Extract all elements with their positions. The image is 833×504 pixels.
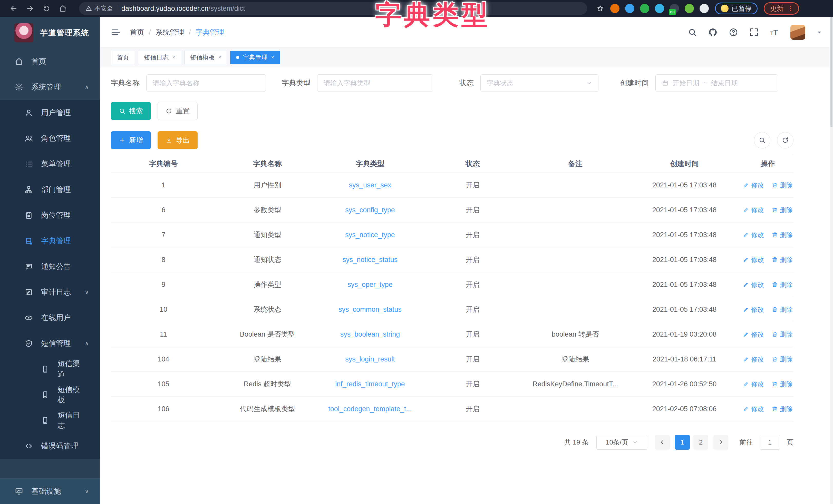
delete-row-button[interactable]: 删除 [772, 231, 793, 239]
help-icon[interactable] [729, 28, 738, 37]
font-size-icon[interactable]: TT [770, 28, 779, 37]
sync-paused-pill[interactable]: 已暂停 [715, 3, 758, 14]
extension-icon[interactable] [699, 4, 709, 13]
page-tab[interactable]: 首页 × [111, 51, 135, 64]
sidebar-menu-item[interactable]: 在线用户 [0, 305, 100, 331]
show-search-toggle-button[interactable] [754, 132, 770, 148]
delete-row-button[interactable]: 删除 [772, 206, 793, 214]
edit-row-button[interactable]: 修改 [743, 355, 764, 363]
bookmark-star-icon[interactable] [596, 5, 604, 12]
browser-home-button[interactable] [56, 3, 70, 14]
delete-row-button[interactable]: 删除 [772, 280, 793, 289]
delete-row-button[interactable]: 删除 [772, 181, 793, 190]
date-range-picker[interactable]: 开始日期 ~ 结束日期 [656, 74, 778, 92]
edit-row-button[interactable]: 修改 [743, 231, 764, 239]
browser-update-button[interactable]: 更新 [764, 2, 799, 15]
github-icon[interactable] [708, 28, 717, 37]
dict-type-link[interactable]: sys_config_type [345, 206, 395, 214]
dict-type-link[interactable]: tool_codegen_template_t... [328, 405, 412, 413]
dict-type-link[interactable]: sys_boolean_string [340, 330, 400, 338]
sidebar-menu-item[interactable]: 错误码管理 [0, 433, 100, 459]
close-tab-icon[interactable]: × [218, 54, 221, 60]
jump-page-input[interactable] [760, 435, 780, 450]
collapse-sidebar-icon[interactable] [111, 27, 121, 37]
sidebar-logo-row[interactable]: 芋道管理系统 [0, 17, 100, 49]
edit-row-button[interactable]: 修改 [743, 405, 764, 413]
dict-type-link[interactable]: inf_redis_timeout_type [335, 380, 405, 388]
sidebar-menu-item[interactable]: 短信渠道 [0, 356, 100, 382]
edit-row-button[interactable]: 修改 [743, 330, 764, 339]
add-button[interactable]: 新增 [111, 131, 151, 149]
extension-icon[interactable]: on [670, 4, 679, 13]
sidebar-menu-item[interactable]: 岗位管理 [0, 203, 100, 228]
sidebar-menu-item[interactable]: 系统管理 ∧ [0, 74, 100, 100]
extension-icon[interactable] [625, 4, 634, 13]
sidebar-menu-item[interactable]: 短信日志 [0, 408, 100, 433]
export-button[interactable]: 导出 [158, 131, 197, 149]
sidebar-menu-item[interactable]: 角色管理 [0, 126, 100, 151]
edit-row-button[interactable]: 修改 [743, 380, 764, 388]
extension-icon[interactable] [685, 4, 694, 13]
page-number-button[interactable]: 2 [693, 435, 708, 450]
edit-row-button[interactable]: 修改 [743, 280, 764, 289]
dict-type-link[interactable]: sys_oper_type [348, 281, 392, 288]
dict-type-input[interactable] [324, 79, 427, 87]
delete-row-button[interactable]: 删除 [772, 305, 793, 314]
not-secure-indicator[interactable]: 不安全 [86, 4, 113, 12]
page-tab[interactable]: 字典管理 × [230, 51, 280, 64]
page-tab[interactable]: 短信模板 × [184, 51, 228, 64]
dict-type-link[interactable]: sys_common_status [338, 306, 402, 313]
extension-icon[interactable] [655, 4, 664, 13]
sidebar-menu-item[interactable]: 部门管理 [0, 177, 100, 203]
browser-back-button[interactable] [7, 3, 21, 14]
prev-page-button[interactable] [655, 435, 670, 450]
address-bar[interactable]: 不安全 dashboard.yudao.iocoder.cn/system/di… [79, 2, 587, 15]
sidebar-menu-item[interactable]: 字典管理 [0, 228, 100, 254]
page-scrollbar[interactable] [830, 17, 833, 504]
browser-menu-icon[interactable] [787, 5, 794, 12]
browser-forward-button[interactable] [23, 3, 37, 14]
close-tab-icon[interactable]: × [271, 54, 274, 60]
refresh-table-button[interactable] [777, 132, 793, 148]
edit-row-button[interactable]: 修改 [743, 181, 764, 190]
delete-row-button[interactable]: 删除 [772, 355, 793, 363]
page-size-select[interactable]: 10条/页 [596, 435, 647, 450]
extension-icon[interactable] [610, 4, 619, 13]
delete-row-button[interactable]: 删除 [772, 405, 793, 413]
delete-row-button[interactable]: 删除 [772, 256, 793, 264]
delete-row-button[interactable]: 删除 [772, 380, 793, 388]
search-button[interactable]: 搜索 [111, 102, 151, 120]
user-avatar[interactable] [790, 25, 805, 40]
close-tab-icon[interactable]: × [172, 54, 175, 60]
next-page-button[interactable] [713, 435, 728, 450]
edit-row-button[interactable]: 修改 [743, 206, 764, 214]
sidebar-menu-item[interactable]: 短信模板 [0, 382, 100, 408]
sidebar-menu-item[interactable]: 用户管理 [0, 100, 100, 126]
sidebar-menu-item[interactable]: 通知公告 [0, 254, 100, 279]
dict-type-link[interactable]: sys_login_result [345, 355, 395, 363]
status-select[interactable]: 字典状态 [480, 74, 598, 92]
edit-row-button[interactable]: 修改 [743, 305, 764, 314]
browser-reload-button[interactable] [40, 3, 53, 14]
dict-type-link[interactable]: sys_user_sex [349, 181, 391, 189]
sidebar-menu-item[interactable]: 菜单管理 [0, 151, 100, 177]
scrollbar-thumb[interactable] [830, 17, 832, 127]
sidebar-menu-item[interactable]: 审计日志 ∨ [0, 279, 100, 305]
dict-name-input[interactable] [153, 79, 259, 87]
sidebar-menu-item[interactable]: 首页 [0, 49, 100, 74]
breadcrumb-home[interactable]: 首页 [130, 27, 144, 37]
extension-icon[interactable] [640, 4, 649, 13]
reset-button[interactable]: 重置 [158, 102, 197, 120]
breadcrumb-system[interactable]: 系统管理 [156, 27, 184, 37]
sidebar-menu-item[interactable]: 基础设施 ∨ [0, 478, 100, 504]
page-number-button[interactable]: 1 [675, 435, 690, 450]
fullscreen-icon[interactable] [749, 28, 759, 37]
dict-type-link[interactable]: sys_notice_status [342, 256, 398, 263]
search-icon[interactable] [688, 28, 697, 37]
sidebar-menu-item[interactable]: 短信管理 ∧ [0, 331, 100, 356]
avatar-caret-icon[interactable] [816, 29, 822, 35]
page-tab[interactable]: 短信日志 × [138, 51, 181, 64]
delete-row-button[interactable]: 删除 [772, 330, 793, 339]
dict-type-link[interactable]: sys_notice_type [345, 231, 395, 239]
edit-row-button[interactable]: 修改 [743, 256, 764, 264]
